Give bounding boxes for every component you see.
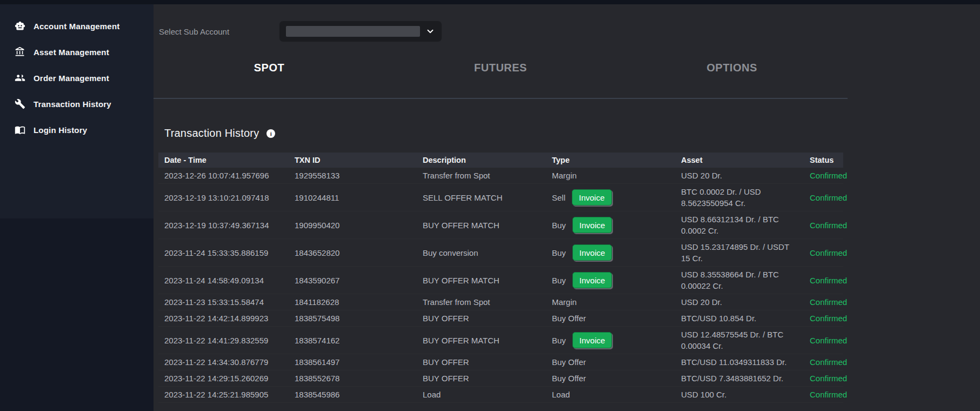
cell-asset: BTC/USD 7.3483881652 Dr. — [675, 370, 804, 386]
cell-description: Load — [417, 387, 546, 402]
type-label: Buy — [552, 275, 566, 286]
cell-txn-id: 1910244811 — [289, 190, 417, 205]
table-row: 2023-11-22 14:25:21.985905 1838545986 Lo… — [158, 387, 843, 403]
cell-asset: USD 15.23174895 Dr. / USDT 15 Cr. — [675, 239, 804, 266]
invoice-button[interactable]: Invoice — [572, 332, 612, 348]
type-label: Margin — [552, 170, 577, 181]
cell-date-time: 2023-11-22 14:42:14.899923 — [158, 310, 289, 326]
sidebar-item-label: Asset Management — [34, 48, 109, 57]
table-row: 2023-12-19 13:10:21.097418 1910244811 SE… — [158, 184, 843, 211]
cell-type: Buy Invoice — [546, 330, 675, 350]
column-header-date-time: Date - Time — [158, 153, 289, 168]
cell-txn-id: 1843652820 — [289, 245, 417, 261]
table-row: 2023-11-24 15:33:35.886159 1843652820 Bu… — [158, 239, 843, 267]
sidebar-item-label: Login History — [34, 125, 87, 135]
cell-asset: USD 100 Cr. — [675, 387, 804, 402]
status-badge: Confirmed — [804, 333, 855, 348]
cell-txn-id: 1909950420 — [289, 217, 417, 233]
cell-description: BUY OFFER — [417, 354, 546, 370]
info-icon[interactable]: i — [266, 129, 275, 138]
cell-asset: BTC 0.0002 Dr. / USD 8.5623550954 Cr. — [675, 184, 804, 211]
status-badge: Confirmed — [804, 294, 855, 310]
status-badge: Confirmed — [804, 310, 855, 326]
type-label: Sell — [552, 192, 565, 203]
cell-type: Buy Offer — [546, 370, 675, 386]
cell-asset: USD 20 Dr. — [675, 294, 804, 310]
status-badge: Confirmed — [804, 245, 855, 261]
status-badge: Confirmed — [804, 190, 855, 205]
cell-date-time: 2023-11-23 15:33:15.58474 — [158, 294, 289, 310]
type-label: Buy — [552, 220, 566, 231]
sidebar-menu: Account ManagementAsset ManagementOrder … — [0, 4, 154, 218]
invoice-button[interactable]: Invoice — [572, 189, 612, 205]
cell-asset: USD 12.48575545 Dr. / BTC 0.00034 Cr. — [675, 327, 804, 354]
type-label: Margin — [552, 296, 577, 308]
cell-description: BUY OFFER MATCH — [417, 273, 546, 288]
status-badge: Confirmed — [804, 168, 855, 183]
cell-asset: BTC/USD 10.854 Dr. — [675, 310, 804, 326]
invoice-button[interactable]: Invoice — [572, 244, 612, 261]
cell-description: SELL OFFER MATCH — [417, 190, 546, 205]
people-icon — [15, 72, 25, 83]
sidebar-item-login-history[interactable]: Login History — [0, 117, 154, 143]
tab-spot[interactable]: SPOT — [154, 52, 385, 98]
table-row: 2023-11-23 15:33:15.58474 1841182628 Tra… — [158, 294, 843, 310]
table-row: 2023-11-24 14:58:49.09134 1843590267 BUY… — [158, 267, 843, 294]
invoice-button[interactable]: Invoice — [572, 217, 612, 233]
status-badge: Confirmed — [804, 370, 855, 386]
wrench-icon — [15, 98, 25, 109]
cell-type: Buy Offer — [546, 354, 675, 370]
table-row: 2023-11-22 14:42:14.899923 1838575498 BU… — [158, 310, 843, 327]
table-row: 2023-12-26 10:07:41.957696 1929558133 Tr… — [158, 168, 843, 184]
main-content: Select Sub Account SPOTFUTURESOPTIONS Tr… — [154, 4, 980, 411]
column-header-txn-id: TXN ID — [289, 153, 417, 168]
cell-type: Buy Invoice — [546, 215, 675, 235]
column-header-description: Description — [417, 153, 546, 168]
table-row: 2023-11-22 14:34:30.876779 1838561497 BU… — [158, 354, 843, 370]
cell-description: BUY OFFER — [417, 310, 546, 326]
cell-description: BUY OFFER MATCH — [417, 333, 546, 348]
cell-date-time: 2023-12-19 10:37:49.367134 — [158, 217, 289, 233]
cell-txn-id: 1841182628 — [289, 294, 417, 310]
cell-date-time: 2023-11-22 14:25:21.985905 — [158, 387, 289, 402]
cell-txn-id: 1843590267 — [289, 273, 417, 288]
sidebar-item-transaction-history[interactable]: Transaction History — [0, 91, 154, 117]
cell-date-time: 2023-11-24 15:33:35.886159 — [158, 245, 289, 261]
cell-date-time: 2023-11-22 14:29:15.260269 — [158, 370, 289, 386]
sidebar-item-label: Transaction History — [34, 100, 111, 109]
invoice-button[interactable]: Invoice — [572, 272, 612, 288]
sidebar-item-label: Order Management — [34, 74, 109, 83]
sidebar-item-asset-management[interactable]: Asset Management — [0, 39, 154, 65]
type-label: Buy Offer — [552, 373, 586, 384]
tab-futures[interactable]: FUTURES — [385, 52, 616, 98]
subaccount-selected-value — [286, 26, 420, 37]
status-badge: Confirmed — [804, 387, 855, 402]
cell-asset: USD 8.66312134 Dr. / BTC 0.0002 Cr. — [675, 211, 804, 238]
chevron-down-icon — [425, 26, 435, 36]
cell-description: Buy conversion — [417, 245, 546, 261]
market-tabs: SPOTFUTURESOPTIONS — [154, 52, 848, 99]
cell-type: Buy Invoice — [546, 270, 675, 290]
type-label: Buy Offer — [552, 313, 586, 324]
cell-asset: USD 20 Dr. — [675, 168, 804, 183]
table-header-row: Date - Time TXN ID Description Type Asse… — [158, 153, 843, 168]
cell-type: Margin — [546, 168, 675, 183]
cell-txn-id: 1838575498 — [289, 310, 417, 326]
cell-type: Load — [546, 387, 675, 402]
cell-type: Margin — [546, 294, 675, 310]
page-title: Transaction History — [164, 127, 259, 140]
sidebar-item-order-management[interactable]: Order Management — [0, 65, 154, 91]
table-body: 2023-12-26 10:07:41.957696 1929558133 Tr… — [158, 168, 843, 403]
column-header-status: Status — [804, 153, 843, 168]
section-heading: Transaction History i — [164, 127, 980, 140]
subaccount-row: Select Sub Account — [154, 21, 980, 42]
sidebar: Account ManagementAsset ManagementOrder … — [0, 4, 154, 411]
sidebar-item-account-management[interactable]: Account Management — [0, 13, 154, 39]
type-label: Buy — [552, 335, 566, 346]
type-label: Buy — [552, 247, 566, 258]
table-row: 2023-11-22 14:41:29.832559 1838574162 BU… — [158, 327, 843, 354]
tab-options[interactable]: OPTIONS — [616, 52, 848, 98]
cell-txn-id: 1838545986 — [289, 387, 417, 402]
subaccount-select[interactable] — [279, 21, 442, 42]
cell-asset: BTC/USD 11.0349311833 Dr. — [675, 354, 804, 370]
